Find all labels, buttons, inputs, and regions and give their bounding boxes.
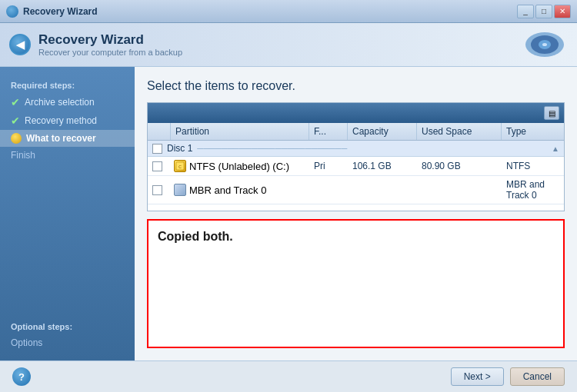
help-icon: ? [18, 371, 25, 383]
col-partition: Partition [171, 123, 309, 140]
back-button[interactable]: ◀ [9, 34, 31, 55]
next-button[interactable]: Next > [451, 367, 504, 386]
copied-text: Copied both. [158, 230, 233, 243]
table-settings-button[interactable]: ▤ [544, 106, 559, 120]
maximize-button[interactable]: □ [535, 5, 552, 18]
ntfs-partition-icon: C [174, 160, 186, 172]
sidebar-item-label: Archive selection [25, 97, 95, 108]
partition-checkbox-mbr[interactable] [152, 185, 162, 195]
row-flags-cell [309, 187, 348, 193]
sidebar-item-recovery-method[interactable]: ✔ Recovery method [0, 111, 135, 130]
sidebar: Required steps: ✔ Archive selection ✔ Re… [0, 67, 135, 360]
footer-buttons: Next > Cancel [451, 367, 565, 386]
col-capacity: Capacity [348, 123, 417, 140]
content-area: Select the items to recover. ▤ Partition… [135, 67, 577, 360]
partition-checkbox-ntfs[interactable] [152, 161, 162, 171]
partition-table: ▤ Partition F... Capacity Used Space Typ… [147, 102, 565, 211]
sidebar-item-options[interactable]: Options [0, 334, 135, 351]
sidebar-item-archive-selection[interactable]: ✔ Archive selection [0, 93, 135, 111]
titlebar: Recovery Wizard _ □ ✕ [0, 0, 577, 23]
row-name-cell: C NTFS (Unlabeled) (C:) [171, 157, 309, 175]
header-banner: ◀ Recovery Wizard Recover your computer … [0, 23, 577, 67]
row-type-cell: NTFS [502, 158, 564, 174]
required-steps-label: Required steps: [0, 76, 135, 93]
col-checkbox [148, 123, 171, 140]
svg-text:C: C [178, 164, 182, 169]
row-checkbox-cell [148, 158, 171, 174]
sidebar-item-label: What to recover [26, 133, 96, 144]
sidebar-item-label: Recovery method [25, 115, 97, 126]
cancel-button[interactable]: Cancel [510, 367, 565, 386]
row-capacity-cell: 106.1 GB [348, 158, 417, 174]
bullet-icon [11, 133, 22, 144]
col-type: Type [502, 123, 564, 140]
disc-row: Disc 1 ───────────────────────── ▲ [148, 141, 564, 157]
footer: ? Next > Cancel [0, 360, 577, 392]
svg-point-3 [542, 43, 547, 46]
ntfs-name: NTFS (Unlabeled) (C:) [189, 161, 289, 172]
mbr-partition-icon [174, 184, 186, 196]
sidebar-item-what-to-recover[interactable]: What to recover [0, 130, 135, 147]
table-row: MBR and Track 0 MBR and Track 0 [148, 176, 564, 204]
sidebar-spacer [0, 164, 135, 316]
check-icon: ✔ [11, 115, 20, 127]
help-button[interactable]: ? [12, 367, 31, 386]
header-text-block: Recovery Wizard Recover your computer fr… [38, 32, 182, 57]
content-title: Select the items to recover. [147, 79, 565, 93]
row-checkbox-cell [148, 182, 171, 198]
disc-checkbox[interactable] [152, 144, 162, 154]
row-type-cell: MBR and Track 0 [502, 176, 564, 204]
mbr-name: MBR and Track 0 [189, 184, 266, 196]
header-subtitle: Recover your computer from a backup [38, 48, 182, 57]
disc-label: Disc 1 [167, 143, 192, 154]
titlebar-left: Recovery Wizard [6, 5, 98, 18]
titlebar-title: Recovery Wizard [23, 6, 98, 17]
optional-steps-label: Optional steps: [0, 316, 135, 334]
table-toolbar: ▤ [148, 103, 564, 123]
row-used-space-cell: 80.90 GB [417, 158, 502, 174]
col-used-space: Used Space [417, 123, 502, 140]
row-name-cell: MBR and Track 0 [171, 181, 309, 199]
row-flags-cell: Pri [309, 158, 348, 174]
copied-text-box: Copied both. [147, 219, 565, 348]
app-icon [6, 5, 18, 18]
minimize-button[interactable]: _ [517, 5, 534, 18]
options-label: Options [11, 337, 42, 348]
row-used-space-cell [417, 187, 502, 193]
scroll-up-icon[interactable]: ▲ [552, 145, 559, 153]
logo-icon [522, 29, 568, 60]
sidebar-item-finish: Finish [0, 147, 135, 164]
col-flags: F... [309, 123, 348, 140]
main-layout: Required steps: ✔ Archive selection ✔ Re… [0, 67, 577, 360]
close-button[interactable]: ✕ [554, 5, 571, 18]
check-icon: ✔ [11, 96, 20, 108]
table-header-row: Partition F... Capacity Used Space Type [148, 123, 564, 141]
finish-label: Finish [11, 150, 35, 161]
titlebar-controls[interactable]: _ □ ✕ [517, 5, 571, 18]
header-logo-area [522, 29, 568, 60]
row-capacity-cell [348, 187, 417, 193]
table-row: C NTFS (Unlabeled) (C:) Pri 106.1 GB 80.… [148, 157, 564, 176]
header-main-title: Recovery Wizard [38, 32, 182, 48]
